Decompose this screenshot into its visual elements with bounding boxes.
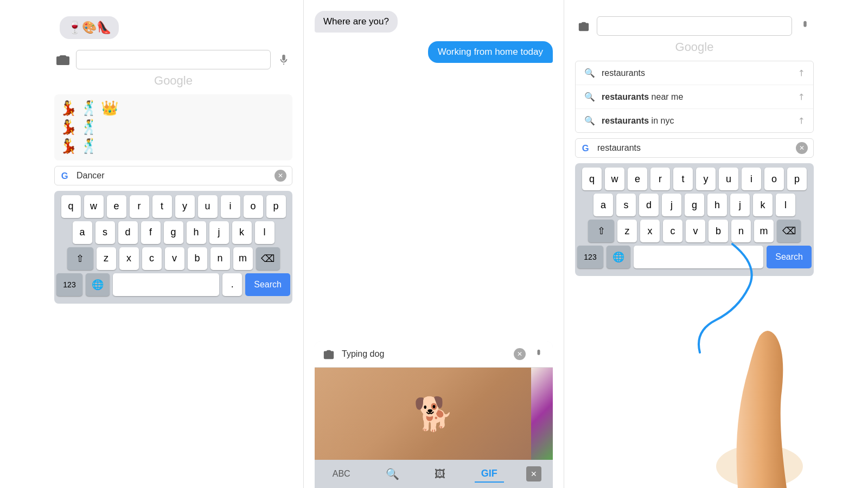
suggestion-item-2[interactable]: 🔍 restaurants near me ↗ [576,85,813,109]
key-p3-w[interactable]: w [605,168,624,190]
key-d[interactable]: d [118,221,138,244]
key-p3-q[interactable]: q [582,168,602,190]
key-h[interactable]: h [187,221,206,244]
gboard-clear-p2[interactable]: ✕ [514,348,526,360]
gboard-restaurants-input[interactable] [597,143,792,153]
key-p3-o[interactable]: o [764,168,784,190]
tab-search[interactable]: 🔍 [379,465,406,483]
diagonal-arrow-1: ↗ [795,67,807,79]
key-p3-l[interactable]: l [776,194,795,216]
suggestion-item-3[interactable]: 🔍 restaurants in nyc ↗ [576,109,813,132]
key-p3-c[interactable]: c [663,220,682,242]
key-v[interactable]: v [165,247,184,270]
diagonal-arrow-2: ↗ [795,91,807,103]
space-key[interactable] [113,273,219,296]
key-s[interactable]: s [95,221,115,244]
gboard-restaurants-row: G ✕ [575,138,814,158]
key-p3-r[interactable]: r [650,168,670,190]
backspace-key[interactable]: ⌫ [256,247,280,270]
camera-icon[interactable] [54,51,72,68]
key-q[interactable]: q [61,195,81,218]
mic-icon[interactable] [275,51,292,68]
search-button-p3[interactable]: Search [767,246,812,268]
search-input-p3[interactable] [597,16,792,36]
key-p3-p[interactable]: p [787,168,807,190]
key-p[interactable]: p [266,195,286,218]
key-p3-y[interactable]: y [696,168,716,190]
tab-gif[interactable]: GIF [475,466,504,483]
key-p3-u[interactable]: u [719,168,738,190]
gboard-close-button[interactable]: ✕ [526,466,541,481]
globe-key[interactable]: 🌐 [86,273,110,296]
key-f[interactable]: f [141,221,161,244]
suggestion-item-1[interactable]: 🔍 restaurants ↗ [576,61,813,85]
key-t[interactable]: t [152,195,172,218]
search-bar-row [54,50,292,69]
key-m[interactable]: m [233,247,253,270]
key-c[interactable]: c [142,247,162,270]
suggestion-text-3: restaurants in nyc [602,116,791,126]
gboard-top-bar: ✕ [315,341,553,368]
key-r[interactable]: r [130,195,149,218]
key-o[interactable]: o [244,195,263,218]
gboard-dancer-input[interactable] [76,171,270,181]
key-p3-j[interactable]: j [662,194,681,216]
key-x[interactable]: x [119,247,139,270]
key-p3-b[interactable]: b [709,220,728,242]
globe-key-p3[interactable]: 🌐 [607,246,630,268]
key-b[interactable]: b [188,247,207,270]
key-p3-j2[interactable]: j [730,194,750,216]
key-j[interactable]: j [209,221,229,244]
key-i[interactable]: i [221,195,240,218]
key-p3-a[interactable]: a [593,194,613,216]
diagonal-arrow-3: ↗ [795,114,807,127]
search-input-p1[interactable] [76,50,271,69]
key-p3-s[interactable]: s [616,194,636,216]
key-p3-z[interactable]: z [617,220,637,242]
key-p3-x[interactable]: x [640,220,660,242]
gboard-clear-p3[interactable]: ✕ [796,142,808,154]
key-p3-n[interactable]: n [731,220,751,242]
key-n[interactable]: n [210,247,230,270]
key-p3-i[interactable]: i [742,168,761,190]
key-z[interactable]: z [97,247,116,270]
key-e[interactable]: e [107,195,126,218]
camera-icon-p3[interactable] [575,17,592,35]
mic-icon-p2[interactable] [530,345,547,363]
emoji-message-bubble: 🍷🎨👠 [60,16,119,39]
key-p3-k[interactable]: k [753,194,773,216]
mic-icon-p3[interactable] [796,17,814,35]
key-p3-v[interactable]: v [686,220,705,242]
shift-key[interactable]: ⇧ [67,247,93,270]
key-123[interactable]: 123 [56,273,82,296]
key-w[interactable]: w [84,195,104,218]
key-p3-t[interactable]: t [673,168,693,190]
backspace-key-p3[interactable]: ⌫ [777,220,801,242]
camera-icon-p2[interactable] [320,345,337,363]
emoji-row-2: 💃 🕺 [60,119,287,136]
space-key-p3[interactable] [634,246,763,268]
key-p3-123[interactable]: 123 [577,246,603,268]
key-g[interactable]: g [164,221,183,244]
key-p3-d[interactable]: d [639,194,659,216]
key-p3-h[interactable]: h [707,194,727,216]
period-key[interactable]: . [222,273,242,296]
key-p3-g[interactable]: g [685,194,704,216]
gboard-clear-button[interactable]: ✕ [275,170,286,182]
key-l[interactable]: l [255,221,275,244]
shift-key-p3[interactable]: ⇧ [588,220,614,242]
key-p3-m[interactable]: m [754,220,774,242]
key-y[interactable]: y [175,195,195,218]
tab-abc[interactable]: ABC [326,467,357,481]
key-k[interactable]: k [232,221,252,244]
tab-images[interactable]: 🖼 [428,466,452,483]
key-u[interactable]: u [198,195,218,218]
search-suggestion-icon-1: 🔍 [584,68,595,78]
search-button[interactable]: Search [245,273,290,296]
key-p3-e[interactable]: e [628,168,647,190]
gif-side-strip [531,368,553,460]
gboard-typing-input[interactable] [342,349,509,359]
emoji-5: 🕺 [80,119,98,136]
key-a[interactable]: a [73,221,92,244]
suggestion-list: 🔍 restaurants ↗ 🔍 restaurants near me ↗ … [575,61,814,133]
